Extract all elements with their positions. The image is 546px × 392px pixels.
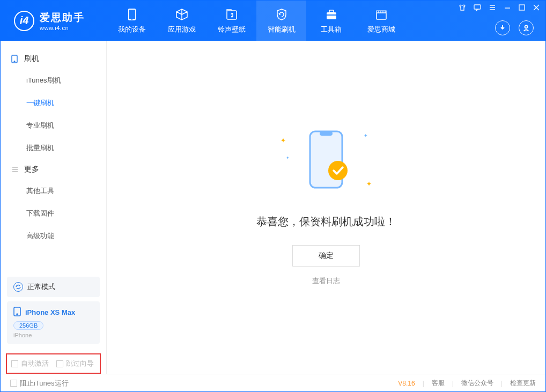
support-link[interactable]: 客服 bbox=[432, 379, 445, 388]
header: i4 爱思助手 www.i4.cn 我的设备 应用游戏 铃声壁纸 智能刷机 工具… bbox=[1, 1, 545, 41]
cube-icon bbox=[175, 8, 188, 21]
sparkle-icon: ✦ bbox=[366, 180, 372, 188]
user-button[interactable] bbox=[519, 20, 534, 35]
download-button[interactable] bbox=[495, 20, 510, 35]
sparkle-icon: ✦ bbox=[364, 133, 368, 138]
feedback-icon[interactable] bbox=[474, 4, 481, 11]
sidebar-item-onekey-flash[interactable]: 一键刷机 bbox=[1, 92, 106, 114]
sidebar-item-other-tools[interactable]: 其他工具 bbox=[1, 180, 106, 202]
success-illustration: ✦ ✦ ✦ ✦ bbox=[294, 129, 358, 198]
sparkle-icon: ✦ bbox=[281, 137, 286, 144]
sparkle-icon: ✦ bbox=[286, 156, 290, 160]
device-cards: 正常模式 iPhone XS Max 256GB iPhone bbox=[1, 277, 106, 353]
svg-rect-17 bbox=[320, 131, 333, 136]
menu-icon[interactable] bbox=[489, 4, 496, 11]
tab-toolbox[interactable]: 工具箱 bbox=[306, 1, 356, 41]
list-icon bbox=[10, 166, 19, 173]
version-label: V8.16 bbox=[398, 380, 415, 387]
svg-point-4 bbox=[231, 16, 233, 17]
tab-ringtone-wallpaper[interactable]: 铃声壁纸 bbox=[206, 1, 256, 41]
checkbox-block-itunes[interactable]: 阻止iTunes运行 bbox=[10, 379, 69, 388]
svg-rect-7 bbox=[327, 14, 336, 16]
view-log-link[interactable]: 查看日志 bbox=[312, 276, 340, 286]
sidebar-section-more: 更多 bbox=[1, 159, 106, 180]
svg-point-13 bbox=[14, 61, 15, 62]
sidebar: 刷机 iTunes刷机 一键刷机 专业刷机 批量刷机 更多 其他工具 下载固件 … bbox=[1, 41, 107, 374]
check-update-link[interactable]: 检查更新 bbox=[510, 379, 536, 388]
sidebar-section-flash: 刷机 bbox=[1, 49, 106, 69]
svg-rect-9 bbox=[474, 5, 481, 9]
checkbox-auto-activate[interactable]: 自动激活 bbox=[11, 359, 49, 368]
device-storage: 256GB bbox=[13, 321, 43, 330]
activation-options: 自动激活 跳过向导 bbox=[6, 353, 101, 374]
window-controls bbox=[459, 4, 540, 11]
success-message: 恭喜您，保资料刷机成功啦！ bbox=[256, 215, 396, 229]
logo-text: 爱思助手 www.i4.cn bbox=[40, 11, 85, 31]
tab-my-device[interactable]: 我的设备 bbox=[107, 1, 157, 41]
svg-point-18 bbox=[328, 161, 348, 180]
device-name: iPhone XS Max bbox=[25, 308, 75, 316]
phone-outline-icon bbox=[10, 55, 19, 63]
checkbox-icon bbox=[11, 360, 18, 367]
footer-right: V8.16 | 客服 | 微信公众号 | 检查更新 bbox=[398, 379, 536, 388]
nav-tabs: 我的设备 应用游戏 铃声壁纸 智能刷机 工具箱 爱思商城 bbox=[107, 1, 406, 41]
tab-store[interactable]: 爱思商城 bbox=[356, 1, 406, 41]
app-title: 爱思助手 bbox=[40, 11, 85, 25]
svg-rect-6 bbox=[329, 10, 334, 12]
sidebar-item-itunes-flash[interactable]: iTunes刷机 bbox=[1, 69, 106, 92]
maximize-icon[interactable] bbox=[519, 4, 525, 11]
close-icon[interactable] bbox=[533, 4, 540, 11]
device-card[interactable]: iPhone XS Max 256GB iPhone bbox=[7, 301, 100, 344]
sync-icon bbox=[13, 282, 23, 292]
checkbox-skip-guide[interactable]: 跳过向导 bbox=[56, 359, 94, 368]
tab-smart-flash[interactable]: 智能刷机 bbox=[256, 1, 306, 41]
app-logo-icon: i4 bbox=[14, 11, 34, 31]
sidebar-item-download-firmware[interactable]: 下载固件 bbox=[1, 202, 106, 225]
sidebar-item-batch-flash[interactable]: 批量刷机 bbox=[1, 137, 106, 159]
device-type: iPhone bbox=[13, 332, 93, 338]
minimize-icon[interactable] bbox=[504, 4, 511, 11]
device-icon bbox=[13, 307, 21, 318]
svg-rect-10 bbox=[519, 5, 525, 10]
svg-point-2 bbox=[131, 19, 132, 20]
wechat-link[interactable]: 微信公众号 bbox=[461, 379, 493, 388]
sidebar-item-pro-flash[interactable]: 专业刷机 bbox=[1, 114, 106, 137]
shield-refresh-icon bbox=[275, 8, 288, 21]
body: 刷机 iTunes刷机 一键刷机 专业刷机 批量刷机 更多 其他工具 下载固件 … bbox=[1, 41, 545, 374]
header-actions bbox=[495, 20, 534, 35]
tshirt-icon[interactable] bbox=[459, 4, 466, 11]
tab-apps-games[interactable]: 应用游戏 bbox=[157, 1, 206, 41]
svg-rect-3 bbox=[227, 11, 237, 19]
footer: 阻止iTunes运行 V8.16 | 客服 | 微信公众号 | 检查更新 bbox=[1, 374, 545, 392]
phone-check-icon bbox=[294, 129, 358, 198]
ok-button[interactable]: 确定 bbox=[292, 245, 360, 267]
sidebar-item-advanced[interactable]: 高级功能 bbox=[1, 225, 106, 247]
logo-area: i4 爱思助手 www.i4.cn bbox=[1, 11, 107, 31]
svg-rect-5 bbox=[327, 12, 336, 19]
checkbox-icon bbox=[56, 360, 63, 367]
svg-rect-1 bbox=[129, 10, 135, 19]
svg-rect-8 bbox=[377, 13, 386, 19]
checkbox-icon bbox=[10, 380, 17, 387]
app-url: www.i4.cn bbox=[40, 25, 85, 31]
store-icon bbox=[375, 8, 388, 21]
mode-card[interactable]: 正常模式 bbox=[7, 277, 100, 297]
music-folder-icon bbox=[226, 8, 238, 21]
phone-icon bbox=[128, 8, 136, 21]
main-content: ✦ ✦ ✦ ✦ 恭喜您，保资料刷机成功啦！ 确定 查看日志 bbox=[107, 41, 545, 374]
svg-point-11 bbox=[525, 26, 528, 28]
svg-point-15 bbox=[17, 314, 18, 315]
toolbox-icon bbox=[325, 8, 338, 21]
